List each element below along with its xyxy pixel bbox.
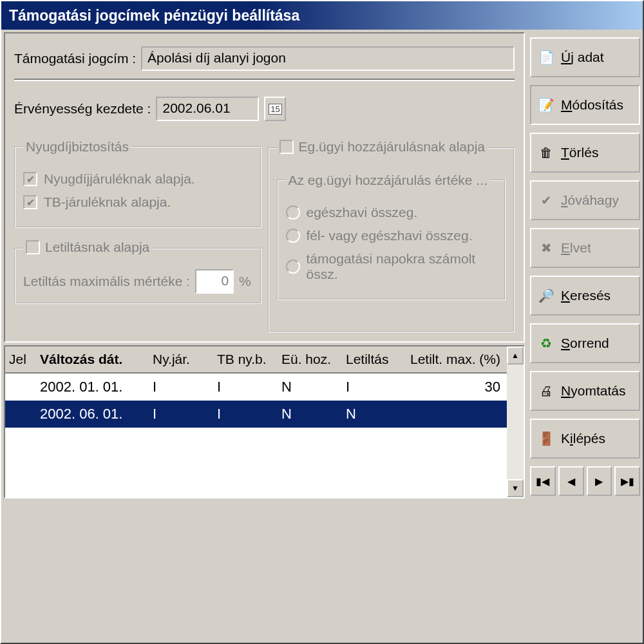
window-titlebar: Támogatási jogcímek pénzügyi beállítása [1, 1, 643, 30]
jogcim-label: Támogatási jogcím : [14, 51, 136, 66]
th-eu[interactable]: Eü. hoz. [278, 346, 342, 372]
nyj-label: Nyugdíjjáruléknak alapja. [44, 171, 195, 187]
nyugdij-group: Nyugdíjbiztosítás ✔ Nyugdíjjáruléknak al… [14, 139, 261, 228]
sort-button[interactable]: ♻ Sorrend [530, 323, 640, 363]
scroll-down-button[interactable]: ▼ [507, 479, 524, 497]
nav-first-button[interactable]: ▮◀ [530, 466, 556, 496]
date-picker-button[interactable]: 15 [264, 97, 286, 121]
eg-group: Eg.ügyi hozzájárulásnak alapja Az eg.ügy… [268, 139, 515, 332]
cancel-icon: ✖ [538, 240, 554, 256]
jogcim-input[interactable]: Ápolási díj alanyi jogon [141, 46, 515, 71]
th-jel[interactable]: Jel [5, 346, 36, 372]
percent-label: % [239, 274, 251, 289]
approve-button[interactable]: ✔ Jóváhagy [530, 180, 640, 220]
ervenyesseg-label: Érvényesség kezdete : [14, 101, 151, 117]
search-icon: 🔎 [538, 287, 554, 304]
table-scrollbar[interactable]: ▲ ▼ [507, 346, 524, 497]
trash-icon: 🗑 [538, 144, 554, 161]
new-button[interactable]: 📄 Új adat [530, 37, 640, 77]
eg-legend: Eg.ügyi hozzájárulásnak alapja [277, 139, 488, 157]
eg-opt3-radio[interactable] [286, 260, 300, 274]
eg-opt3-label: támogatási napokra számolt össz. [307, 251, 497, 282]
nav-prev-button[interactable]: ◀ [558, 466, 584, 496]
eg-ertek-group: Az eg.ügyi hozzájárulás értéke ... egész… [277, 173, 506, 300]
print-icon: 🖨 [538, 383, 554, 399]
table-row[interactable]: 2002. 06. 01.IINN [5, 401, 507, 428]
th-nyj[interactable]: Ny.jár. [149, 346, 213, 372]
divider [14, 79, 515, 81]
eg-opt2-label: fél- vagy egészhavi összeg. [307, 228, 473, 243]
edit-icon: 📝 [538, 97, 554, 113]
eg-checkbox[interactable] [279, 140, 294, 154]
ervenyesseg-input[interactable]: 2002.06.01 [156, 97, 259, 121]
tb-label: TB-járuléknak alapja. [44, 194, 171, 210]
edit-button[interactable]: 📝 Módosítás [530, 85, 640, 125]
th-let[interactable]: Letiltás [342, 346, 406, 372]
nav-next-button[interactable]: ▶ [587, 466, 612, 496]
table-row[interactable]: 2002. 01. 01.IINI30 [5, 374, 507, 401]
th-max[interactable]: Letilt. max. (%) [406, 346, 507, 372]
th-tb[interactable]: TB ny.b. [213, 346, 278, 372]
calendar-icon: 15 [269, 104, 281, 115]
window-title: Támogatási jogcímek pénzügyi beállítása [9, 7, 299, 24]
eg-opt1-label: egészhavi összeg. [307, 205, 418, 220]
scroll-up-button[interactable]: ▲ [507, 346, 524, 365]
let-max-label: Letiltás maximális mértéke : [23, 274, 190, 289]
letiltas-legend: Letiltásnak alapja [23, 240, 152, 258]
sort-icon: ♻ [538, 335, 554, 352]
eg-opt2-radio[interactable] [286, 229, 300, 243]
nyj-checkbox[interactable]: ✔ [23, 172, 37, 186]
check-icon: ✔ [538, 192, 554, 209]
exit-icon: 🚪 [538, 430, 554, 447]
print-button[interactable]: 🖨 Nyomtatás [530, 371, 640, 411]
let-max-input[interactable]: 0 [195, 269, 234, 294]
new-icon: 📄 [538, 49, 554, 66]
nyugdij-legend: Nyugdíjbiztosítás [23, 139, 131, 155]
form-panel: Támogatási jogcím : Ápolási díj alanyi j… [4, 32, 525, 343]
exit-button[interactable]: 🚪 Kilépés [530, 419, 640, 459]
th-date[interactable]: Változás dát. [36, 346, 149, 372]
letiltas-checkbox[interactable] [26, 240, 40, 254]
eg-opt1-radio[interactable] [286, 205, 300, 220]
history-table[interactable]: Jel Változás dát. Ny.jár. TB ny.b. Eü. h… [4, 345, 525, 498]
letiltas-group: Letiltásnak alapja Letiltás maximális mé… [14, 240, 261, 304]
eg-ertek-legend: Az eg.ügyi hozzájárulás értéke ... [286, 173, 490, 188]
nav-last-button[interactable]: ▶▮ [614, 466, 640, 496]
discard-button[interactable]: ✖ Elvet [530, 228, 640, 268]
search-button[interactable]: 🔎 Keresés [530, 276, 640, 316]
delete-button[interactable]: 🗑 Törlés [530, 133, 640, 173]
tb-checkbox[interactable]: ✔ [23, 195, 37, 209]
nav-buttons: ▮◀ ◀ ▶ ▶▮ [530, 466, 640, 496]
